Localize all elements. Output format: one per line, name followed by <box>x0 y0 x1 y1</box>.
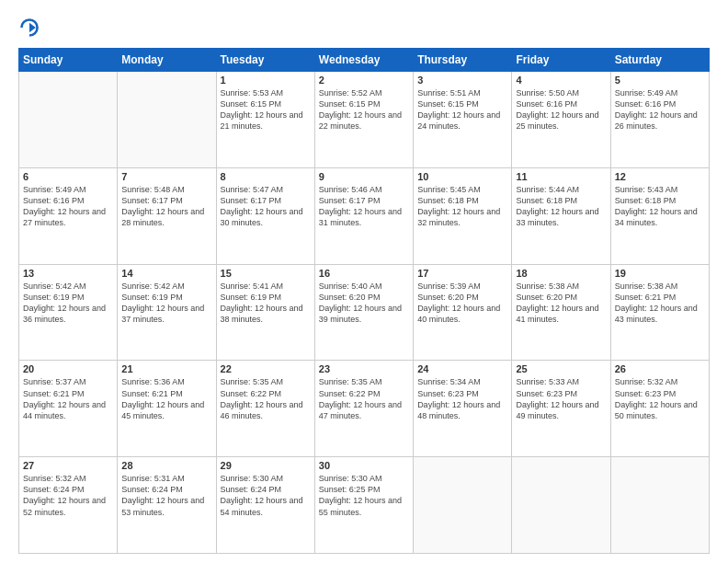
day-number: 28 <box>121 460 211 471</box>
day-info: Sunrise: 5:42 AM Sunset: 6:19 PM Dayligh… <box>121 281 211 326</box>
day-info: Sunrise: 5:35 AM Sunset: 6:22 PM Dayligh… <box>319 376 409 421</box>
calendar-cell: 30Sunrise: 5:30 AM Sunset: 6:25 PM Dayli… <box>314 457 413 554</box>
calendar-cell <box>610 457 709 554</box>
calendar-cell: 10Sunrise: 5:45 AM Sunset: 6:18 PM Dayli… <box>414 167 512 264</box>
day-number: 12 <box>615 171 705 182</box>
calendar-cell: 22Sunrise: 5:35 AM Sunset: 6:22 PM Dayli… <box>216 361 314 457</box>
calendar-cell: 4Sunrise: 5:50 AM Sunset: 6:16 PM Daylig… <box>512 72 610 168</box>
calendar-header-sunday: Sunday <box>19 49 118 72</box>
day-number: 29 <box>221 460 311 471</box>
day-number: 23 <box>319 363 409 374</box>
calendar-cell: 1Sunrise: 5:53 AM Sunset: 6:15 PM Daylig… <box>216 72 314 168</box>
day-number: 22 <box>221 363 311 374</box>
calendar-cell: 25Sunrise: 5:33 AM Sunset: 6:23 PM Dayli… <box>512 361 610 457</box>
calendar-cell: 23Sunrise: 5:35 AM Sunset: 6:22 PM Dayli… <box>314 361 413 457</box>
day-info: Sunrise: 5:33 AM Sunset: 6:23 PM Dayligh… <box>516 376 606 421</box>
day-number: 17 <box>417 268 507 279</box>
calendar-header-monday: Monday <box>118 49 216 72</box>
calendar-week-0: 1Sunrise: 5:53 AM Sunset: 6:15 PM Daylig… <box>19 72 710 168</box>
day-number: 5 <box>615 75 705 86</box>
day-info: Sunrise: 5:35 AM Sunset: 6:22 PM Dayligh… <box>221 376 311 421</box>
day-info: Sunrise: 5:49 AM Sunset: 6:16 PM Dayligh… <box>615 87 705 132</box>
day-info: Sunrise: 5:45 AM Sunset: 6:18 PM Dayligh… <box>417 184 507 229</box>
day-number: 2 <box>319 75 409 86</box>
calendar-cell <box>512 457 610 554</box>
day-info: Sunrise: 5:38 AM Sunset: 6:20 PM Dayligh… <box>516 281 606 326</box>
day-number: 24 <box>417 363 507 374</box>
calendar-cell <box>19 72 118 168</box>
day-number: 8 <box>221 171 311 182</box>
day-number: 6 <box>23 171 113 182</box>
logo <box>18 17 44 39</box>
day-number: 10 <box>417 171 507 182</box>
day-info: Sunrise: 5:30 AM Sunset: 6:24 PM Dayligh… <box>221 473 311 518</box>
day-info: Sunrise: 5:51 AM Sunset: 6:15 PM Dayligh… <box>417 87 507 132</box>
day-info: Sunrise: 5:44 AM Sunset: 6:18 PM Dayligh… <box>516 184 606 229</box>
day-number: 9 <box>319 171 409 182</box>
day-info: Sunrise: 5:41 AM Sunset: 6:19 PM Dayligh… <box>221 281 311 326</box>
calendar-header-friday: Friday <box>512 49 610 72</box>
day-number: 3 <box>417 75 507 86</box>
day-info: Sunrise: 5:43 AM Sunset: 6:18 PM Dayligh… <box>615 184 705 229</box>
page: SundayMondayTuesdayWednesdayThursdayFrid… <box>0 0 728 563</box>
calendar-header-tuesday: Tuesday <box>216 49 314 72</box>
calendar-cell: 9Sunrise: 5:46 AM Sunset: 6:17 PM Daylig… <box>314 167 413 264</box>
day-number: 26 <box>615 363 705 374</box>
day-number: 13 <box>23 268 113 279</box>
calendar-cell: 12Sunrise: 5:43 AM Sunset: 6:18 PM Dayli… <box>610 167 709 264</box>
logo-icon <box>18 17 40 39</box>
day-info: Sunrise: 5:49 AM Sunset: 6:16 PM Dayligh… <box>23 184 113 229</box>
header <box>18 17 710 39</box>
calendar-cell: 16Sunrise: 5:40 AM Sunset: 6:20 PM Dayli… <box>314 264 413 361</box>
day-info: Sunrise: 5:39 AM Sunset: 6:20 PM Dayligh… <box>417 281 507 326</box>
day-info: Sunrise: 5:53 AM Sunset: 6:15 PM Dayligh… <box>221 87 311 132</box>
day-number: 4 <box>516 75 606 86</box>
calendar-cell: 5Sunrise: 5:49 AM Sunset: 6:16 PM Daylig… <box>610 72 709 168</box>
calendar-cell: 29Sunrise: 5:30 AM Sunset: 6:24 PM Dayli… <box>216 457 314 554</box>
calendar-header-row: SundayMondayTuesdayWednesdayThursdayFrid… <box>19 49 710 72</box>
day-info: Sunrise: 5:47 AM Sunset: 6:17 PM Dayligh… <box>221 184 311 229</box>
day-info: Sunrise: 5:30 AM Sunset: 6:25 PM Dayligh… <box>319 473 409 518</box>
calendar-cell: 21Sunrise: 5:36 AM Sunset: 6:21 PM Dayli… <box>118 361 216 457</box>
calendar-week-2: 13Sunrise: 5:42 AM Sunset: 6:19 PM Dayli… <box>19 264 710 361</box>
svg-marker-0 <box>29 23 36 32</box>
calendar-cell: 15Sunrise: 5:41 AM Sunset: 6:19 PM Dayli… <box>216 264 314 361</box>
day-info: Sunrise: 5:37 AM Sunset: 6:21 PM Dayligh… <box>23 376 113 421</box>
day-number: 11 <box>516 171 606 182</box>
calendar-cell: 18Sunrise: 5:38 AM Sunset: 6:20 PM Dayli… <box>512 264 610 361</box>
calendar-cell: 20Sunrise: 5:37 AM Sunset: 6:21 PM Dayli… <box>19 361 118 457</box>
day-info: Sunrise: 5:34 AM Sunset: 6:23 PM Dayligh… <box>417 376 507 421</box>
calendar-cell: 6Sunrise: 5:49 AM Sunset: 6:16 PM Daylig… <box>19 167 118 264</box>
day-number: 19 <box>615 268 705 279</box>
day-number: 25 <box>516 363 606 374</box>
day-number: 1 <box>221 75 311 86</box>
day-number: 15 <box>221 268 311 279</box>
calendar-header-saturday: Saturday <box>610 49 709 72</box>
calendar-cell: 2Sunrise: 5:52 AM Sunset: 6:15 PM Daylig… <box>314 72 413 168</box>
day-number: 20 <box>23 363 113 374</box>
day-info: Sunrise: 5:46 AM Sunset: 6:17 PM Dayligh… <box>319 184 409 229</box>
day-info: Sunrise: 5:36 AM Sunset: 6:21 PM Dayligh… <box>121 376 211 421</box>
calendar-table: SundayMondayTuesdayWednesdayThursdayFrid… <box>18 48 710 554</box>
day-number: 30 <box>319 460 409 471</box>
day-number: 21 <box>121 363 211 374</box>
calendar-week-3: 20Sunrise: 5:37 AM Sunset: 6:21 PM Dayli… <box>19 361 710 457</box>
day-number: 14 <box>121 268 211 279</box>
day-info: Sunrise: 5:31 AM Sunset: 6:24 PM Dayligh… <box>121 473 211 518</box>
day-number: 18 <box>516 268 606 279</box>
calendar-cell: 28Sunrise: 5:31 AM Sunset: 6:24 PM Dayli… <box>118 457 216 554</box>
day-info: Sunrise: 5:50 AM Sunset: 6:16 PM Dayligh… <box>516 87 606 132</box>
calendar-cell: 19Sunrise: 5:38 AM Sunset: 6:21 PM Dayli… <box>610 264 709 361</box>
day-info: Sunrise: 5:52 AM Sunset: 6:15 PM Dayligh… <box>319 87 409 132</box>
calendar-cell: 17Sunrise: 5:39 AM Sunset: 6:20 PM Dayli… <box>414 264 512 361</box>
calendar-week-4: 27Sunrise: 5:32 AM Sunset: 6:24 PM Dayli… <box>19 457 710 554</box>
calendar-cell: 27Sunrise: 5:32 AM Sunset: 6:24 PM Dayli… <box>19 457 118 554</box>
calendar-cell: 8Sunrise: 5:47 AM Sunset: 6:17 PM Daylig… <box>216 167 314 264</box>
calendar-cell <box>414 457 512 554</box>
day-info: Sunrise: 5:32 AM Sunset: 6:23 PM Dayligh… <box>615 376 705 421</box>
day-number: 27 <box>23 460 113 471</box>
calendar-cell: 26Sunrise: 5:32 AM Sunset: 6:23 PM Dayli… <box>610 361 709 457</box>
day-info: Sunrise: 5:32 AM Sunset: 6:24 PM Dayligh… <box>23 473 113 518</box>
calendar-cell: 11Sunrise: 5:44 AM Sunset: 6:18 PM Dayli… <box>512 167 610 264</box>
calendar-cell: 3Sunrise: 5:51 AM Sunset: 6:15 PM Daylig… <box>414 72 512 168</box>
